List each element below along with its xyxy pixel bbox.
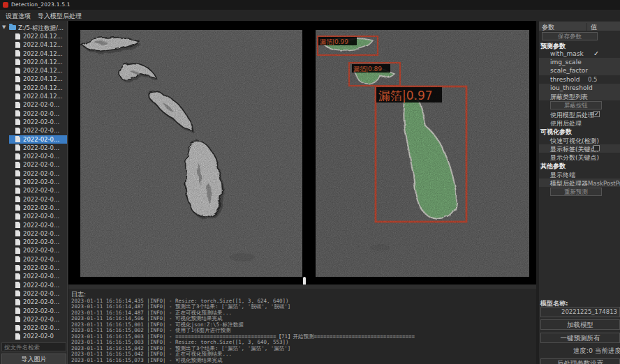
parameter-row[interactable]: threshold0.5 [539,75,620,84]
tree-file-item[interactable]: 2022-02-0... [0,152,68,160]
tree-file-item[interactable]: 2022-02-0... [0,272,68,280]
checkmark-icon[interactable]: ✓ [593,50,599,57]
tree-file-item[interactable]: 2022-02-0... [0,229,68,238]
tree-file-item[interactable]: 2022.04.12... [0,40,68,49]
parameter-row[interactable]: 使用后处理 [539,119,620,127]
parameter-rows: 保存参数预测参数with_mask✓img_scalescale_factort… [539,31,620,197]
param-label: with_mask [550,50,584,57]
file-list: 2022.04.12...2022.04.12...2022.04.12...2… [0,32,68,342]
tree-file-item[interactable]: 2022-02-0... [0,255,68,264]
tree-file-item[interactable]: 2022.04.12... [0,66,68,75]
tree-file-item[interactable]: 2022-02-0 [0,332,68,340]
tree-file-item[interactable]: 2022-02-0... [0,315,68,324]
parameter-row[interactable]: 显示标签(关键点) [539,144,620,153]
tree-file-item[interactable]: 2022.04.12... [0,92,68,100]
parameter-row[interactable]: img_scale [539,58,620,66]
prediction-image[interactable]: 漏箔|0.99 漏箔|0.89 漏箔|0.97 [316,30,529,277]
tree-file-item[interactable]: 2022-02-0... [0,246,68,255]
tree-file-item[interactable]: 2022-02-0... [0,109,68,118]
tree-file-item[interactable]: 2022.04.12... [0,84,68,92]
parameter-row[interactable]: 使用模型后处理✓ [539,110,620,119]
predict-all-button[interactable]: 一键预测所有 [540,333,620,343]
file-icon [15,256,20,262]
file-icon [15,110,20,116]
tree-file-item[interactable]: 2022.04.12... [0,58,68,66]
file-name: 2022-02-0... [23,127,59,134]
file-name: 2022-02-0... [23,273,59,280]
param-value[interactable]: 0.5 [588,76,598,83]
file-name: 2022.04.12... [23,75,63,82]
file-icon [15,76,20,82]
param-label: scale_factor [550,67,588,74]
file-name: 2022-02-0... [23,204,59,211]
parameter-row[interactable]: with_mask✓ [539,50,620,58]
menu-item-import-postprocess[interactable]: 导入模型后处理 [35,11,84,22]
tree-file-item[interactable]: 2022-02-0... [0,144,68,152]
param-label: threshold [550,76,580,83]
tree-file-item[interactable]: 2022-02-0... [0,204,68,212]
checkbox-empty[interactable] [593,145,600,151]
original-image[interactable] [80,30,302,277]
folder-icon [9,25,16,30]
app-window: Detection_2023.1.5.1 设置选项 导入模型后处理 ▼ Z:/5… [0,0,620,364]
param-action-button[interactable]: 屏蔽按钮 [550,101,602,109]
file-name: 2022-02-0... [23,238,59,245]
tree-file-item[interactable]: 2022-02-0... [0,178,68,186]
tree-file-item[interactable]: 2022-02-0... [0,186,68,195]
tree-file-item[interactable]: 2022-02-0... [0,298,68,306]
image-viewer: 漏箔|0.99 漏箔|0.89 漏箔|0.97 [68,21,536,285]
tree-file-item[interactable]: 2022.04.12... [0,32,68,40]
parameter-row[interactable]: 模型后处理器MaskPostPro [539,179,620,187]
tree-file-item[interactable]: 2022-02-0... [0,324,68,332]
file-name: 2022-02-0... [23,298,59,305]
tree-file-item[interactable]: 2022-02-0... [0,135,68,144]
parameter-row[interactable]: 显示分数(关键点) [539,153,620,161]
tree-file-item[interactable]: 2022-02-0... [0,126,68,135]
tree-file-item[interactable]: 2022-02-0... [0,118,68,126]
tree-file-item[interactable]: 2022-02-0... [0,195,68,204]
tree-file-item[interactable]: 2022-02-0... [0,307,68,315]
tree-root-row[interactable]: ▼ Z:/5-标注数据/... [0,24,68,32]
log-lines[interactable]: 2023-01-11 16:16:14,435 |INFO| - Resize:… [71,298,536,363]
parameter-row[interactable]: scale_factor [539,66,620,75]
parameter-row[interactable]: 屏蔽类型列表 [539,92,620,100]
postprocess-params-button[interactable]: 后处理参数设置 [540,358,620,364]
parameter-row[interactable]: 保存参数 [539,31,620,41]
file-icon [15,239,20,245]
tree-file-item[interactable]: 2022.04.12... [0,75,68,83]
parameter-row[interactable]: 快速可视化(检测) [539,136,620,144]
tree-expand-arrow-icon[interactable]: ▼ [2,24,6,30]
file-name: 2022.04.12... [23,84,63,91]
tree-file-item[interactable]: 2022.04.12... [0,50,68,58]
column-header-value: 值 [586,23,597,32]
tree-file-item[interactable]: 2022-02-0... [0,238,68,246]
parameter-row[interactable]: iou_threshold [539,84,620,92]
file-name: 2022.04.12... [23,33,63,40]
parameter-row[interactable]: 显示终端 [539,170,620,179]
tree-file-item[interactable]: 2022-02-0... [0,281,68,289]
tree-file-item[interactable]: 2022-02-0... [0,100,68,109]
file-icon [15,102,20,108]
model-name-field[interactable]: 20221225_174813 [540,307,620,317]
param-value[interactable]: MaskPostPro [588,180,620,187]
search-input[interactable] [1,342,66,351]
param-action-button[interactable]: 保存参数 [542,32,598,40]
menu-item-settings[interactable]: 设置选项 [3,11,34,22]
param-action-button[interactable]: 重新预测 [550,188,602,196]
file-icon [15,265,20,271]
import-images-button[interactable]: 导入图片 [1,354,66,364]
file-icon [15,230,20,236]
tree-file-item[interactable]: 2022-02-0... [0,212,68,220]
checkbox-checked[interactable]: ✓ [593,111,600,117]
tree-file-item[interactable]: 2022-02-0... [0,264,68,272]
file-icon [15,136,20,142]
tree-file-item[interactable]: 2022-02-0... [0,169,68,178]
parameter-row[interactable]: 屏蔽按钮 [539,100,620,110]
tree-file-item[interactable]: 2022-02-0... [0,289,68,298]
load-model-button[interactable]: 加载模型 [540,319,620,330]
tree-file-item[interactable]: 2022-02-0... [0,221,68,229]
tree-file-item[interactable]: 2022-02-0... [0,160,68,169]
file-name: 2022-02-0... [23,213,59,220]
parameter-row[interactable]: 重新预测 [539,187,620,197]
file-name: 2022-02-0... [23,290,59,297]
